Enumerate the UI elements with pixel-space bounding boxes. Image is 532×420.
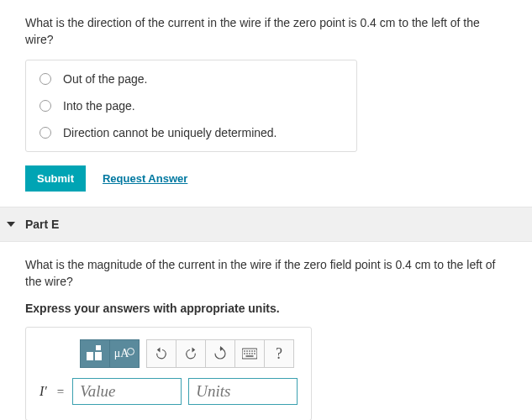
- radio-option-group: Out of the page. Into the page. Directio…: [25, 60, 357, 152]
- format-templates-button[interactable]: [80, 339, 110, 368]
- svg-rect-9: [251, 354, 253, 355]
- svg-rect-1: [244, 351, 245, 353]
- question-text: What is the direction of the current in …: [25, 15, 507, 48]
- keyboard-icon: [242, 346, 257, 361]
- templates-icon: [87, 345, 103, 362]
- undo-button[interactable]: [146, 339, 176, 368]
- option-label: Into the page.: [63, 99, 135, 113]
- equals-label: =: [57, 385, 64, 399]
- option-into-page[interactable]: Into the page.: [26, 92, 356, 119]
- svg-rect-3: [249, 351, 250, 353]
- mu-angstrom-icon: μA: [114, 347, 135, 360]
- help-button[interactable]: ?: [264, 339, 294, 368]
- svg-rect-8: [249, 354, 250, 355]
- option-cannot-determine[interactable]: Direction cannot be uniquely determined.: [26, 119, 356, 146]
- question-part-e: What is the magnitude of the current in …: [0, 242, 532, 420]
- variable-label: I′: [40, 384, 47, 399]
- part-title: Part E: [25, 218, 59, 231]
- svg-rect-11: [246, 356, 254, 358]
- svg-rect-4: [251, 351, 253, 353]
- option-label: Out of the page.: [63, 72, 147, 86]
- radio-icon[interactable]: [40, 127, 51, 139]
- question-text: What is the magnitude of the current in …: [25, 257, 507, 290]
- option-label: Direction cannot be uniquely determined.: [63, 126, 277, 139]
- reset-button[interactable]: [205, 339, 235, 368]
- question-part-d: What is the direction of the current in …: [0, 0, 532, 207]
- answer-toolbar: μA ?: [80, 339, 298, 368]
- part-e-header[interactable]: Part E: [0, 207, 532, 242]
- redo-button[interactable]: [176, 339, 206, 368]
- svg-rect-5: [254, 351, 255, 353]
- submit-button[interactable]: Submit: [25, 165, 86, 192]
- help-icon: ?: [276, 345, 282, 363]
- units-symbol-button[interactable]: μA: [109, 339, 140, 368]
- keyboard-button[interactable]: [234, 339, 265, 368]
- radio-icon[interactable]: [40, 73, 51, 85]
- caret-down-icon: [7, 222, 15, 227]
- svg-rect-7: [246, 354, 248, 355]
- request-answer-link[interactable]: Request Answer: [103, 172, 187, 185]
- instruction-text: Express your answers with appropriate un…: [25, 302, 507, 315]
- action-row: Submit Request Answer: [25, 165, 507, 192]
- undo-icon: [154, 346, 169, 361]
- option-out-of-page[interactable]: Out of the page.: [26, 66, 356, 92]
- units-input[interactable]: [188, 378, 298, 405]
- answer-box: μA ?: [25, 327, 312, 420]
- svg-rect-10: [254, 354, 255, 355]
- redo-icon: [183, 346, 198, 361]
- value-input[interactable]: [72, 378, 182, 405]
- radio-icon[interactable]: [40, 100, 51, 112]
- svg-rect-6: [244, 354, 245, 355]
- refresh-icon: [213, 346, 228, 361]
- answer-input-row: I′ =: [40, 378, 298, 405]
- svg-rect-2: [246, 351, 248, 353]
